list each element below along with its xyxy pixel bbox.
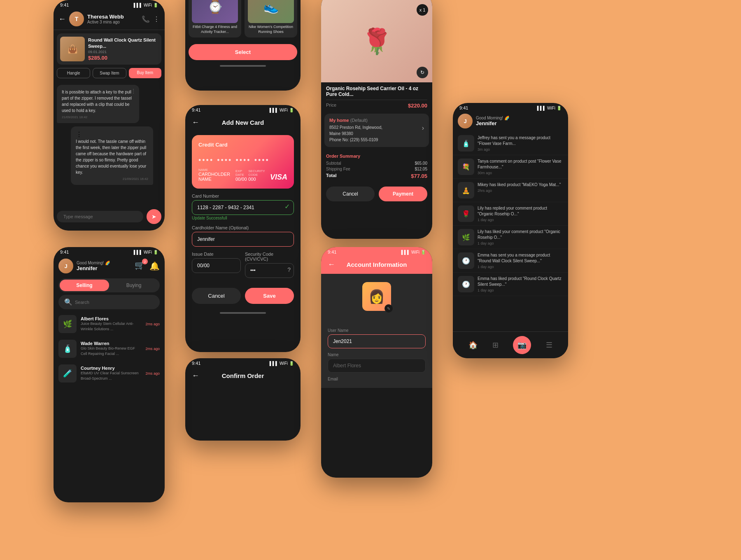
phone-shop: 9:41 ▌▌▌ WiFi 🔋 🌹 x 1 ↻ Organic Rosehip …: [321, 0, 432, 239]
selling-item-list: 🌿 Albert Flores Juice Beauty Stem Cellul…: [54, 312, 165, 386]
account-avatar: 👩 ✎: [362, 282, 391, 311]
hangle-button[interactable]: Hangle: [57, 68, 90, 78]
divider: [326, 100, 427, 100]
camera-nav-button[interactable]: 📷: [513, 336, 531, 354]
product-thumbnail: 👜: [60, 37, 85, 61]
item-2-desc: Glo Skin Beauty Bio-Renew EGF Cell Repai…: [81, 346, 141, 356]
notif-text-7: Emma has liked product "Round Clock Quar…: [478, 276, 563, 287]
notif-time-1: 3m ago: [478, 147, 563, 152]
chat-back-button[interactable]: ←: [58, 15, 66, 23]
issue-date-input[interactable]: [192, 258, 241, 273]
notif-time-7: 1 day ago: [478, 288, 563, 292]
subtotal-label: Subtotal: [326, 161, 341, 166]
notif-time: 9:41: [459, 105, 468, 110]
buy-button[interactable]: Buy Item: [129, 68, 161, 78]
swap-button[interactable]: Swap Item: [93, 68, 126, 78]
total-value: $77.05: [411, 173, 427, 179]
item-1-name: Albert Flores: [81, 316, 141, 321]
card-back-button[interactable]: ←: [192, 118, 199, 127]
card-expiry-display: 00/00: [235, 177, 248, 182]
selling-greeting: Good Morning! 🌈: [77, 261, 110, 265]
total-label: Total: [326, 173, 336, 179]
cancel-order-button[interactable]: Cancel: [326, 187, 375, 201]
save-card-button[interactable]: Save: [245, 288, 294, 304]
select-button[interactable]: Select: [189, 44, 297, 60]
more-icon[interactable]: ⋮: [153, 15, 160, 23]
product-nike: 👟 Nike Women's Competition Running Shoes: [245, 0, 297, 37]
fitbit-image: ⌚: [192, 0, 238, 23]
issue-date-label: Issue Date: [192, 252, 241, 257]
notif-content-1: Jeffrey has sent you a message product "…: [478, 135, 563, 152]
chat-contact-status: Active 3 mins ago: [87, 20, 138, 24]
address-default: (Default): [350, 118, 368, 123]
notif-content-6: Emma has sent you a message product "Rou…: [478, 252, 563, 269]
chat-contact-name: Theresa Webb: [87, 14, 138, 20]
notif-item-1: 🧴 Jeffrey has sent you a message product…: [453, 132, 568, 155]
address-phone: Phone No: (229) 555-0109: [329, 137, 382, 143]
grid-nav-icon[interactable]: ⊞: [492, 341, 499, 350]
order-back-button[interactable]: ←: [192, 371, 199, 380]
item-3-desc: EltaMD UV Clear Facial Sunscreen Broad-S…: [81, 371, 141, 381]
notif-time-6: 1 day ago: [478, 265, 563, 269]
payment-button[interactable]: Payment: [379, 187, 427, 201]
name-label: Name: [328, 352, 426, 357]
tab-buying[interactable]: Buying: [109, 280, 158, 291]
cancel-card-button[interactable]: Cancel: [192, 288, 241, 304]
refresh-icon[interactable]: ↻: [417, 67, 428, 78]
address-chevron-icon[interactable]: ›: [422, 124, 424, 132]
security-code-input[interactable]: [245, 263, 294, 278]
account-back-button[interactable]: ←: [328, 260, 335, 269]
send-button[interactable]: ➤: [147, 209, 161, 224]
notif-time-2: 30m ago: [478, 171, 563, 175]
message-text-right-1: I would not. The tassle came off within …: [76, 138, 148, 175]
address-title: My home (Default): [329, 118, 424, 123]
menu-nav-icon[interactable]: ☰: [546, 341, 552, 350]
card-date-cvv-row: Issue Date Security Code (CVV/CVC) ?: [192, 247, 294, 278]
subtotal-value: $65.00: [415, 161, 427, 166]
item-2-name: Wade Warren: [81, 341, 141, 346]
nike-image: 👟: [248, 0, 294, 23]
message-right-more-icon[interactable]: ⋮: [76, 131, 82, 138]
notification-icon[interactable]: 🔔: [149, 261, 160, 271]
cart-badge[interactable]: 🛒 2: [135, 260, 146, 272]
selling-search-bar: 🔍: [58, 295, 160, 309]
notif-content-2: Tanya comment on product post "Flower Va…: [478, 159, 563, 175]
item-3-time: 2ms ago: [145, 371, 160, 376]
address-line2: Maine 98380: [329, 131, 382, 137]
home-nav-icon[interactable]: 🏠: [468, 341, 478, 350]
qty-value: x 1: [419, 7, 426, 12]
shipping-value: $12.05: [415, 167, 427, 171]
notif-username: Jennifer: [476, 120, 509, 126]
username-input[interactable]: [328, 334, 426, 348]
cardholder-input[interactable]: [192, 232, 294, 247]
chat-input[interactable]: [57, 211, 143, 222]
notif-item-6: 🕐 Emma has sent you a message product "R…: [453, 249, 568, 273]
selling-username: Jennifer: [77, 265, 110, 271]
card-number-input[interactable]: [192, 200, 294, 215]
notif-content-4: Lily has replied your comment product "O…: [478, 205, 563, 222]
shop-product-image: 🌹 x 1 ↻: [321, 0, 432, 82]
avatar-edit-icon[interactable]: ✎: [384, 304, 393, 313]
card-home-indicator: [220, 312, 266, 314]
notif-thumb-6: 🕐: [458, 252, 474, 269]
search-icon: 🔍: [64, 298, 72, 306]
selling-search-input[interactable]: [75, 300, 154, 305]
message-more-icon[interactable]: ⋮: [131, 88, 136, 94]
notif-text-5: Lily has liked your comment product "Org…: [478, 229, 563, 240]
account-time: 9:41: [328, 250, 336, 254]
order-header: ← Confirm Order: [185, 366, 301, 385]
shop-product-name: Organic Rosehip Seed Carrier Oil - 4 oz …: [326, 86, 427, 97]
phone-chat: 9:41 ▌▌▌ WiFi 🔋 ← T Theresa Webb Active …: [54, 0, 165, 231]
notif-text-1: Jeffrey has sent you a message product "…: [478, 135, 563, 147]
list-item-3: 🧪 Courtney Henry EltaMD UV Clear Facial …: [54, 361, 165, 386]
product-fitbit: ⌚ Fitbit Charge 4 Fitness and Activity T…: [189, 0, 241, 37]
shop-address-box: My home (Default) 8502 Preston Rd, Ingle…: [324, 114, 429, 147]
product-info: Round Wall Clock Quartz Silent Sweep... …: [88, 37, 158, 61]
notif-item-4: 🌹 Lily has replied your comment product …: [453, 202, 568, 226]
phone-icon[interactable]: 📞: [142, 15, 150, 23]
product-price: $285.00: [88, 55, 158, 61]
notif-thumb-2: 💐: [458, 159, 474, 175]
email-label: Email: [328, 377, 426, 381]
account-header: ← Account Information: [321, 255, 432, 274]
tab-selling[interactable]: Selling: [60, 280, 109, 291]
